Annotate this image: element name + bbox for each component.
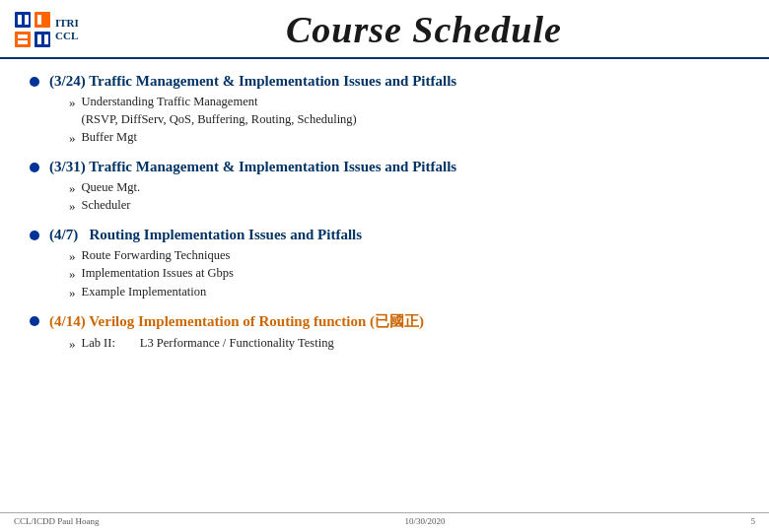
section-1-title: (3/24) Traffic Management & Implementati…	[49, 73, 456, 90]
sub-bullet-icon: »	[69, 198, 76, 214]
bullet-1	[30, 77, 39, 87]
svg-rect-4	[18, 15, 22, 25]
page-title: Course Schedule	[99, 8, 749, 51]
svg-rect-1	[35, 12, 50, 28]
footer-center-text: 10/30/2020	[404, 516, 445, 526]
section-3-date: (4/7) Routing Implementation Issues and …	[49, 227, 362, 242]
section-4-subitems: » Lab II: L3 Performance / Functionality…	[69, 335, 739, 353]
sub-bullet-icon: »	[69, 130, 76, 146]
list-item: » Queue Mgt.	[69, 179, 739, 197]
list-item: » Understanding Traffic Management(RSVP,…	[69, 94, 739, 128]
sub-item-text: Implementation Issues at Gbps	[82, 265, 235, 283]
sub-item-text: Understanding Traffic Management(RSVP, D…	[82, 94, 357, 128]
list-item: » Buffer Mgt	[69, 129, 739, 147]
logo-text: ITRI CCL	[55, 17, 79, 42]
list-item: » Lab II: L3 Performance / Functionality…	[69, 335, 739, 353]
bullet-3	[30, 231, 39, 240]
title-area: Course Schedule	[99, 8, 749, 51]
sub-bullet-icon: »	[69, 180, 76, 196]
sub-bullet-icon: »	[69, 285, 76, 300]
section-2-header: (3/31) Traffic Management & Implementati…	[30, 159, 739, 175]
section-4-title: (4/14) Verilog Implementation of Routing…	[49, 312, 424, 331]
svg-rect-6	[37, 15, 41, 25]
section-1-subitems: » Understanding Traffic Management(RSVP,…	[69, 94, 739, 147]
bullet-2	[30, 163, 39, 172]
sub-bullet-icon: »	[69, 248, 76, 264]
svg-rect-9	[18, 34, 28, 38]
page-header: ITRI CCL Course Schedule	[0, 0, 769, 59]
main-content: (3/24) Traffic Management & Implementati…	[0, 59, 769, 374]
sub-bullet-icon: »	[69, 266, 76, 282]
svg-rect-10	[18, 40, 28, 44]
logo-icon	[14, 11, 51, 48]
section-1-date: (3/24) Traffic Management & Implementati…	[49, 73, 456, 89]
list-item: » Example Implementation	[69, 284, 739, 301]
section-1: (3/24) Traffic Management & Implementati…	[30, 73, 739, 147]
section-3-header: (4/7) Routing Implementation Issues and …	[30, 227, 739, 243]
bullet-4	[30, 316, 39, 326]
sub-item-text: Scheduler	[82, 197, 131, 215]
sub-item-text: Queue Mgt.	[82, 179, 141, 197]
section-2-date: (3/31) Traffic Management & Implementati…	[49, 159, 456, 174]
footer-page-number: 5	[750, 516, 755, 526]
section-2: (3/31) Traffic Management & Implementati…	[30, 159, 739, 215]
section-3-subitems: » Route Forwarding Techniques » Implemen…	[69, 247, 739, 301]
sub-item-text: Route Forwarding Techniques	[82, 247, 231, 265]
logo: ITRI CCL	[14, 11, 79, 48]
svg-rect-2	[15, 32, 31, 47]
list-item: » Implementation Issues at Gbps	[69, 265, 739, 283]
sub-item-text: Lab II: L3 Performance / Functionality T…	[82, 335, 334, 353]
section-2-title: (3/31) Traffic Management & Implementati…	[49, 159, 456, 175]
section-3: (4/7) Routing Implementation Issues and …	[30, 227, 739, 301]
footer-left-text: CCL/ICDD Paul Hoang	[14, 516, 100, 526]
list-item: » Route Forwarding Techniques	[69, 247, 739, 265]
section-4-date: (4/14) Verilog Implementation of Routing…	[49, 313, 424, 329]
sub-item-text: Example Implementation	[82, 284, 207, 301]
svg-rect-8	[44, 34, 48, 44]
svg-rect-5	[25, 15, 29, 25]
sub-bullet-icon: »	[69, 95, 76, 110]
section-2-subitems: » Queue Mgt. » Scheduler	[69, 179, 739, 215]
section-4: (4/14) Verilog Implementation of Routing…	[30, 312, 739, 353]
section-4-header: (4/14) Verilog Implementation of Routing…	[30, 312, 739, 331]
page-footer: CCL/ICDD Paul Hoang 10/30/2020 5	[0, 512, 769, 526]
sub-bullet-icon: »	[69, 336, 76, 352]
section-1-header: (3/24) Traffic Management & Implementati…	[30, 73, 739, 90]
svg-rect-7	[37, 34, 41, 44]
list-item: » Scheduler	[69, 197, 739, 215]
sub-item-text: Buffer Mgt	[82, 129, 137, 147]
section-3-title: (4/7) Routing Implementation Issues and …	[49, 227, 362, 243]
